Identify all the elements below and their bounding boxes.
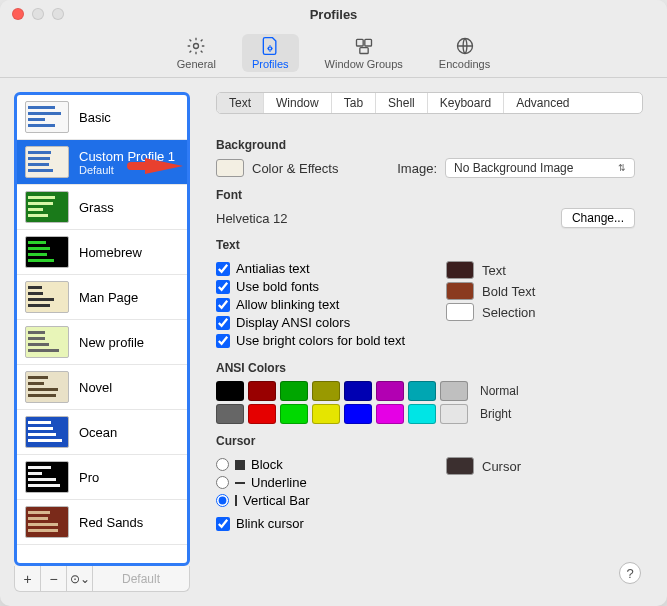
- ansi-color-swatch[interactable]: [312, 404, 340, 424]
- profile-row-custom-profile-1[interactable]: Custom Profile 1Default: [17, 140, 187, 185]
- default-button[interactable]: Default: [93, 566, 189, 591]
- profile-row-red-sands[interactable]: Red Sands: [17, 500, 187, 545]
- cursor-swatch-row: Cursor: [446, 457, 635, 475]
- ansi-row-label: Normal: [480, 384, 519, 398]
- text-swatch-row: Text: [446, 261, 635, 279]
- color-swatch[interactable]: [446, 282, 474, 300]
- profile-row-basic[interactable]: Basic: [17, 95, 187, 140]
- profile-name: Homebrew: [79, 245, 142, 260]
- ansi-color-swatch[interactable]: [280, 381, 308, 401]
- checkbox-label: Display ANSI colors: [236, 315, 350, 330]
- radio-cursor-vertical-bar[interactable]: Vertical Bar: [216, 493, 436, 508]
- tab-bar: TextWindowTabShellKeyboardAdvanced: [216, 92, 643, 114]
- ansi-color-swatch[interactable]: [280, 404, 308, 424]
- change-font-button[interactable]: Change...: [561, 208, 635, 228]
- checkbox-label: Use bold fonts: [236, 279, 319, 294]
- tab-tab[interactable]: Tab: [332, 93, 376, 113]
- profile-thumbnail: [25, 191, 69, 223]
- tab-shell[interactable]: Shell: [376, 93, 428, 113]
- radio-input[interactable]: [216, 476, 229, 489]
- profile-row-grass[interactable]: Grass: [17, 185, 187, 230]
- checkbox-input[interactable]: [216, 280, 230, 294]
- checkbox-input[interactable]: [216, 316, 230, 330]
- checkbox-display-ansi-colors[interactable]: Display ANSI colors: [216, 315, 436, 330]
- traffic-lights: [0, 8, 64, 20]
- profile-row-new-profile[interactable]: New profile: [17, 320, 187, 365]
- ansi-color-swatch[interactable]: [248, 404, 276, 424]
- background-image-select[interactable]: No Background Image ⇅: [445, 158, 635, 178]
- profile-list[interactable]: BasicCustom Profile 1DefaultGrassHomebre…: [14, 92, 190, 566]
- tab-text[interactable]: Text: [217, 93, 264, 113]
- color-swatch[interactable]: [446, 261, 474, 279]
- profile-row-pro[interactable]: Pro: [17, 455, 187, 500]
- svg-rect-3: [365, 39, 372, 46]
- profile-thumbnail: [25, 236, 69, 268]
- checkbox-antialias-text[interactable]: Antialias text: [216, 261, 436, 276]
- color-effects-label: Color & Effects: [252, 161, 338, 176]
- checkbox-use-bold-fonts[interactable]: Use bold fonts: [216, 279, 436, 294]
- profile-thumbnail: [25, 101, 69, 133]
- text-swatch-row: Bold Text: [446, 282, 635, 300]
- section-background-title: Background: [216, 138, 635, 152]
- toolbar-item-general[interactable]: General: [167, 34, 226, 72]
- profile-thumbnail: [25, 416, 69, 448]
- settings-scroll[interactable]: Background Color & Effects Image: No Bac…: [206, 114, 653, 592]
- action-menu-button[interactable]: ⊙⌄: [67, 566, 93, 591]
- remove-button[interactable]: −: [41, 566, 67, 591]
- checkbox-blink-cursor[interactable]: Blink cursor: [216, 516, 436, 531]
- radio-cursor-underline[interactable]: Underline: [216, 475, 436, 490]
- checkbox-use-bright-colors-for-bold-text[interactable]: Use bright colors for bold text: [216, 333, 436, 348]
- profile-row-man-page[interactable]: Man Page: [17, 275, 187, 320]
- checkbox-input[interactable]: [216, 262, 230, 276]
- tab-window[interactable]: Window: [264, 93, 332, 113]
- toolbar-item-profiles[interactable]: Profiles: [242, 34, 299, 72]
- ansi-normal-row: Normal: [216, 381, 635, 401]
- checkbox-input[interactable]: [216, 517, 230, 531]
- body: BasicCustom Profile 1DefaultGrassHomebre…: [0, 78, 667, 606]
- tab-advanced[interactable]: Advanced: [504, 93, 581, 113]
- minimize-icon[interactable]: [32, 8, 44, 20]
- document-gear-icon: [260, 36, 280, 56]
- zoom-icon[interactable]: [52, 8, 64, 20]
- ansi-color-swatch[interactable]: [344, 381, 372, 401]
- ansi-color-swatch[interactable]: [248, 381, 276, 401]
- radio-input[interactable]: [216, 458, 229, 471]
- ansi-color-swatch[interactable]: [216, 404, 244, 424]
- profile-row-novel[interactable]: Novel: [17, 365, 187, 410]
- ansi-color-swatch[interactable]: [216, 381, 244, 401]
- help-button[interactable]: ?: [619, 562, 641, 584]
- profile-thumbnail: [25, 506, 69, 538]
- ansi-color-swatch[interactable]: [440, 404, 468, 424]
- color-swatch[interactable]: [446, 303, 474, 321]
- cursor-color-swatch[interactable]: [446, 457, 474, 475]
- ansi-color-swatch[interactable]: [408, 381, 436, 401]
- profile-row-homebrew[interactable]: Homebrew: [17, 230, 187, 275]
- close-icon[interactable]: [12, 8, 24, 20]
- ansi-color-swatch[interactable]: [344, 404, 372, 424]
- section-cursor-title: Cursor: [216, 434, 635, 448]
- checkbox-input[interactable]: [216, 334, 230, 348]
- ansi-color-swatch[interactable]: [376, 404, 404, 424]
- profile-name: Ocean: [79, 425, 117, 440]
- checkbox-allow-blinking-text[interactable]: Allow blinking text: [216, 297, 436, 312]
- profile-row-ocean[interactable]: Ocean: [17, 410, 187, 455]
- sidebar-footer: + − ⊙⌄ Default: [14, 566, 190, 592]
- background-color-swatch[interactable]: [216, 159, 244, 177]
- radio-input[interactable]: [216, 494, 229, 507]
- checkbox-input[interactable]: [216, 298, 230, 312]
- toolbar-label: Window Groups: [325, 58, 403, 70]
- profile-name: Novel: [79, 380, 112, 395]
- cursor-two-column: BlockUnderlineVertical BarBlink cursor C…: [216, 454, 635, 534]
- profile-thumbnail: [25, 461, 69, 493]
- add-button[interactable]: +: [15, 566, 41, 591]
- ansi-color-swatch[interactable]: [408, 404, 436, 424]
- section-ansi-title: ANSI Colors: [216, 361, 635, 375]
- toolbar-item-window-groups[interactable]: Window Groups: [315, 34, 413, 72]
- toolbar-label: General: [177, 58, 216, 70]
- tab-keyboard[interactable]: Keyboard: [428, 93, 504, 113]
- ansi-color-swatch[interactable]: [312, 381, 340, 401]
- radio-cursor-block[interactable]: Block: [216, 457, 436, 472]
- ansi-color-swatch[interactable]: [440, 381, 468, 401]
- ansi-color-swatch[interactable]: [376, 381, 404, 401]
- toolbar-item-encodings[interactable]: Encodings: [429, 34, 500, 72]
